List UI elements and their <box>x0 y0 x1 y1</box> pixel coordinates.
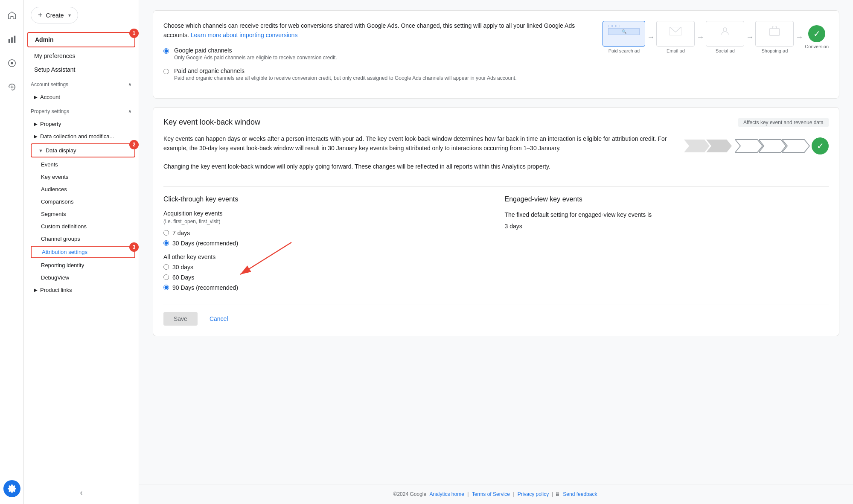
svg-rect-2 <box>14 36 15 43</box>
collapse-sidebar-button[interactable]: ‹ <box>24 481 139 504</box>
social-box <box>706 21 744 47</box>
plus-icon: + <box>38 11 43 20</box>
social-channel: Social ad <box>706 21 744 53</box>
account-arrow-icon: ▶ <box>34 95 38 99</box>
comparisons-item[interactable]: Comparisons <box>27 195 139 208</box>
90days-radio[interactable] <box>163 285 169 290</box>
svg-point-5 <box>11 86 13 88</box>
create-button[interactable]: + Create ▾ <box>31 7 78 23</box>
channel-groups-item[interactable]: Channel groups <box>27 233 139 245</box>
other-30days-radio[interactable] <box>163 264 169 270</box>
key-events-item[interactable]: Key events <box>27 171 139 183</box>
audiences-item[interactable]: Audiences <box>27 183 139 195</box>
copyright: ©2024 Google <box>393 491 427 497</box>
google-paid-text: Google paid channels Only Google Ads pai… <box>174 47 337 61</box>
email-label: Email ad <box>667 48 685 53</box>
shopping-channel: Shopping ad <box>755 21 794 53</box>
account-settings-children: ▶ Account <box>24 91 139 103</box>
60days-label: 60 Days <box>172 274 194 281</box>
svg-marker-13 <box>782 140 809 152</box>
left-rail <box>0 0 24 504</box>
email-box <box>656 21 695 47</box>
property-item[interactable]: ▶ Property <box>27 118 139 130</box>
setup-assistant-label: Setup Assistant <box>34 66 76 73</box>
paid-search-label: Paid search ad <box>608 48 640 53</box>
30days-radio[interactable] <box>163 240 169 246</box>
30days-label: 30 Days (recommended) <box>172 240 238 247</box>
property-settings-group: Property settings ∧ ▶ Property ▶ Data co… <box>24 105 139 296</box>
home-icon[interactable] <box>3 7 20 24</box>
segments-label: Segments <box>41 211 66 217</box>
email-channel: Email ad <box>656 21 695 53</box>
paid-organic-radio[interactable] <box>163 69 169 74</box>
google-paid-radio[interactable] <box>163 48 169 54</box>
product-links-item[interactable]: ▶ Product links <box>27 284 139 296</box>
feedback-link[interactable]: Send feedback <box>563 491 597 497</box>
attribution-settings-item[interactable]: Attribution settings 3 <box>31 246 135 258</box>
collapse-icon: ‹ <box>80 488 83 497</box>
conversion-channel: ✓ Conversion <box>805 25 829 49</box>
7days-option: 7 days <box>163 230 488 236</box>
data-collection-label: Data collection and modifica... <box>40 133 114 140</box>
90days-option: 90 Days (recommended) <box>163 284 488 291</box>
learn-more-link[interactable]: Learn more about importing conversions <box>191 32 298 38</box>
channel-conversion-card: Choose which channels can receive credit… <box>153 10 839 99</box>
social-label: Social ad <box>716 48 735 53</box>
footer: ©2024 Google Analytics home | Terms of S… <box>139 484 853 504</box>
sidebar: + Create ▾ Admin 1 My preferences Setup … <box>24 0 139 504</box>
segments-item[interactable]: Segments <box>27 208 139 220</box>
feedback-icon: 🖥 <box>555 491 560 497</box>
custom-definitions-item[interactable]: Custom definitions <box>27 220 139 233</box>
setup-assistant-item[interactable]: Setup Assistant <box>24 63 139 76</box>
data-display-badge: 2 <box>129 140 139 149</box>
90days-label-text: 90 Days (recommended) <box>172 284 238 291</box>
key-events-label: Key events <box>41 174 68 180</box>
60days-radio[interactable] <box>163 274 169 280</box>
property-settings-header[interactable]: Property settings ∧ <box>24 105 139 118</box>
terms-link[interactable]: Terms of Service <box>472 491 510 497</box>
property-settings-children: ▶ Property ▶ Data collection and modific… <box>24 118 139 296</box>
cancel-button[interactable]: Cancel <box>203 312 235 326</box>
debugview-item[interactable]: DebugView <box>27 271 139 284</box>
data-display-children: Events Key events Audiences Comparisons … <box>27 158 139 284</box>
paid-search-channel: 🔍 Paid search ad <box>603 21 645 53</box>
product-links-arrow-icon: ▶ <box>34 288 38 292</box>
svg-rect-8 <box>769 29 780 35</box>
affects-badge: Affects key event and revenue data <box>738 118 829 127</box>
audiences-label: Audiences <box>41 186 67 192</box>
account-item[interactable]: ▶ Account <box>27 91 139 103</box>
property-chevron-icon: ∧ <box>128 108 132 114</box>
channel-groups-label: Channel groups <box>41 236 80 242</box>
my-preferences-label: My preferences <box>34 52 75 59</box>
conversion-check: ✓ <box>808 25 825 42</box>
google-paid-option: Google paid channels Only Google Ads pai… <box>163 47 589 61</box>
paid-organic-option: Paid and organic channels Paid and organ… <box>163 67 589 81</box>
reporting-identity-item[interactable]: Reporting identity <box>27 259 139 271</box>
settings-gear-icon[interactable] <box>3 480 20 497</box>
save-button[interactable]: Save <box>163 312 198 326</box>
reports-icon[interactable] <box>3 31 20 48</box>
acquisition-desc: (i.e. first_open, first_visit) <box>163 218 488 224</box>
explore-icon[interactable] <box>3 55 20 72</box>
advertising-icon[interactable] <box>3 79 20 96</box>
data-collection-item[interactable]: ▶ Data collection and modifica... <box>27 130 139 143</box>
lookback-card: Key event look-back window Affects key e… <box>153 107 839 336</box>
lookback-green-check: ✓ <box>812 137 829 154</box>
attribution-settings-label: Attribution settings <box>42 249 87 255</box>
other-30days-label: 30 days <box>172 264 193 271</box>
property-label: Property <box>40 121 61 127</box>
my-preferences-item[interactable]: My preferences <box>24 49 139 63</box>
admin-badge: 1 <box>129 29 139 38</box>
admin-item[interactable]: Admin 1 <box>27 32 135 47</box>
svg-marker-10 <box>706 140 732 152</box>
arrow-3: → <box>746 33 754 42</box>
7days-radio[interactable] <box>163 230 169 236</box>
analytics-home-link[interactable]: Analytics home <box>430 491 464 497</box>
events-label: Events <box>41 161 58 168</box>
account-label: Account <box>40 94 60 100</box>
comparisons-label: Comparisons <box>41 198 74 205</box>
account-settings-header[interactable]: Account settings ∧ <box>24 78 139 91</box>
privacy-link[interactable]: Privacy policy <box>518 491 549 497</box>
events-item[interactable]: Events <box>27 158 139 171</box>
data-display-header[interactable]: ▼ Data display 2 <box>31 143 135 157</box>
